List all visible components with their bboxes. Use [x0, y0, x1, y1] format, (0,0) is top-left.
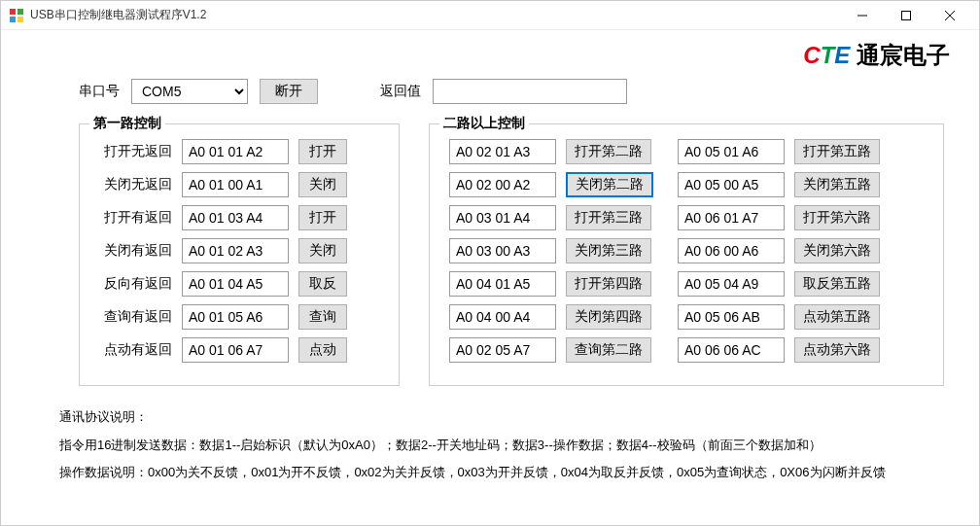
app-icon	[9, 8, 24, 23]
g1-action-button[interactable]: 取反	[298, 271, 347, 297]
g2-action-button[interactable]: 打开第五路	[794, 139, 880, 164]
g2-action-button[interactable]: 关闭第四路	[566, 304, 651, 330]
g2-cmd-input[interactable]	[449, 238, 556, 263]
g2-cmd-input[interactable]	[678, 172, 785, 197]
g2-action-button[interactable]: 点动第六路	[794, 337, 880, 363]
g2-row: 关闭第六路	[678, 238, 880, 263]
g2-row: 点动第六路	[678, 337, 880, 363]
g2-cmd-input[interactable]	[678, 271, 785, 297]
g1-row-label: 点动有返回	[99, 341, 172, 359]
g1-cmd-input[interactable]	[182, 337, 289, 363]
g2-action-button[interactable]: 取反第五路	[794, 271, 880, 297]
g2-cmd-input[interactable]	[449, 271, 556, 297]
return-label: 返回值	[380, 83, 421, 100]
group2-title: 二路以上控制	[439, 115, 529, 132]
g2-action-button[interactable]: 打开第三路	[566, 205, 651, 230]
group1-title: 第一路控制	[89, 115, 165, 132]
minimize-button[interactable]	[840, 1, 884, 30]
logo: CTE 通宸电子	[803, 40, 950, 71]
g2-action-button[interactable]: 点动第五路	[794, 304, 880, 330]
g1-row-5: 查询有返回查询	[99, 304, 379, 330]
maximize-button[interactable]	[884, 1, 928, 30]
g2-action-button[interactable]: 打开第二路	[566, 139, 651, 164]
g2-row: 打开第六路	[678, 205, 880, 230]
g2-action-button[interactable]: 打开第四路	[566, 271, 651, 297]
g2-row: 关闭第五路	[678, 172, 880, 197]
g2-cmd-input[interactable]	[678, 205, 785, 230]
group-multi-channel: 二路以上控制 打开第二路关闭第二路打开第三路关闭第三路打开第四路关闭第四路查询第…	[429, 123, 944, 386]
notes-line2: 指令用16进制发送数据：数据1--启始标识（默认为0xA0）；数据2--开关地址…	[59, 432, 950, 460]
notes-line3: 操作数据说明：0x00为关不反馈，0x01为开不反馈，0x02为关并反馈，0x0…	[59, 459, 950, 487]
g2-action-button[interactable]: 关闭第六路	[794, 238, 880, 263]
svg-rect-2	[10, 17, 16, 22]
g2-cmd-input[interactable]	[449, 172, 556, 197]
g1-cmd-input[interactable]	[182, 304, 289, 330]
port-select[interactable]: COM5	[131, 79, 248, 104]
g2-row: 点动第五路	[678, 304, 880, 330]
window-title: USB串口控制继电器测试程序V1.2	[30, 7, 840, 23]
g1-cmd-input[interactable]	[182, 238, 289, 263]
g2-row: 取反第五路	[678, 271, 880, 297]
g1-row-label: 反向有返回	[99, 275, 172, 293]
svg-rect-1	[18, 9, 23, 15]
g2-row: 打开第三路	[449, 205, 653, 230]
g2-cmd-input[interactable]	[449, 304, 556, 330]
g1-cmd-input[interactable]	[182, 271, 289, 297]
g1-action-button[interactable]: 查询	[298, 304, 347, 330]
g2-row: 关闭第二路	[449, 172, 653, 197]
group-channel-1: 第一路控制 打开无返回打开关闭无返回关闭打开有返回打开关闭有返回关闭反向有返回取…	[79, 123, 400, 386]
g2-cmd-input[interactable]	[678, 139, 785, 164]
g1-row-label: 关闭无返回	[99, 176, 172, 193]
g1-row-4: 反向有返回取反	[99, 271, 379, 297]
titlebar: USB串口控制继电器测试程序V1.2	[1, 1, 979, 30]
g1-action-button[interactable]: 打开	[298, 205, 347, 230]
g1-cmd-input[interactable]	[182, 205, 289, 230]
g2-action-button[interactable]: 关闭第三路	[566, 238, 651, 263]
svg-rect-3	[18, 17, 23, 22]
g2-row: 打开第五路	[678, 139, 880, 164]
g1-cmd-input[interactable]	[182, 172, 289, 197]
g1-row-label: 打开有返回	[99, 209, 172, 227]
g1-row-0: 打开无返回打开	[99, 139, 379, 164]
g1-row-1: 关闭无返回关闭	[99, 172, 379, 197]
g1-row-2: 打开有返回打开	[99, 205, 379, 230]
g2-cmd-input[interactable]	[449, 139, 556, 164]
protocol-notes: 通讯协议说明： 指令用16进制发送数据：数据1--启始标识（默认为0xA0）；数…	[59, 403, 950, 487]
g1-row-3: 关闭有返回关闭	[99, 238, 379, 263]
port-label: 串口号	[79, 83, 120, 100]
svg-rect-5	[901, 11, 910, 19]
g1-row-label: 打开无返回	[99, 143, 172, 160]
g1-row-label: 关闭有返回	[99, 242, 172, 260]
g2-action-button[interactable]: 打开第六路	[794, 205, 880, 230]
g1-row-6: 点动有返回点动	[99, 337, 379, 363]
disconnect-button[interactable]: 断开	[260, 79, 318, 104]
g1-row-label: 查询有返回	[99, 308, 172, 326]
g2-row: 查询第二路	[449, 337, 653, 363]
g1-action-button[interactable]: 打开	[298, 139, 347, 164]
g2-row: 关闭第三路	[449, 238, 653, 263]
g2-row: 关闭第四路	[449, 304, 653, 330]
g2-cmd-input[interactable]	[449, 337, 556, 363]
app-window: USB串口控制继电器测试程序V1.2 CTE 通宸电子 串口号 COM5 断开 …	[0, 0, 980, 526]
g2-cmd-input[interactable]	[678, 337, 785, 363]
close-button[interactable]	[928, 1, 971, 30]
g1-cmd-input[interactable]	[182, 139, 289, 164]
g2-action-button[interactable]: 查询第二路	[566, 337, 651, 363]
g1-action-button[interactable]: 关闭	[298, 238, 347, 263]
g2-cmd-input[interactable]	[678, 238, 785, 263]
g1-action-button[interactable]: 关闭	[298, 172, 347, 197]
g2-action-button[interactable]: 关闭第二路	[566, 172, 653, 197]
notes-line1: 通讯协议说明：	[59, 403, 950, 432]
g2-cmd-input[interactable]	[449, 205, 556, 230]
g2-row: 打开第四路	[449, 271, 653, 297]
g2-row: 打开第二路	[449, 139, 653, 164]
g2-cmd-input[interactable]	[678, 304, 785, 330]
g2-action-button[interactable]: 关闭第五路	[794, 172, 880, 197]
svg-rect-0	[10, 9, 16, 15]
return-value-input[interactable]	[433, 79, 627, 104]
g1-action-button[interactable]: 点动	[298, 337, 347, 363]
